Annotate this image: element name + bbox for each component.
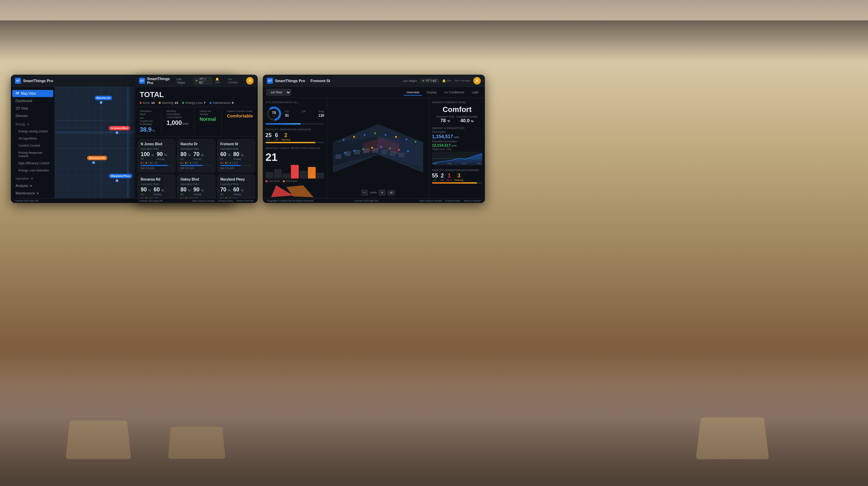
monthly-stat: Monthly Cumulative consumption 1,000 kWh <box>166 110 189 133</box>
comfort-section: Indoor Comfort Level Comfort Acquisition… <box>432 101 482 123</box>
card-oakey[interactable]: Oakey Blvd Operation Rate 80 % AC 90 % D… <box>177 174 215 198</box>
util-breakdown: On Off Total 91 130 <box>285 110 324 117</box>
fault-legend: Last Month This Month <box>265 180 324 182</box>
pin-rancho-label: Rancho Dr <box>97 96 110 99</box>
svg-point-32 <box>415 141 416 142</box>
svg-point-25 <box>343 139 344 141</box>
card-fremont[interactable]: Fremont St Operation Rate 60 % AC 80 % D… <box>217 139 255 172</box>
tab-light[interactable]: Light <box>469 89 481 96</box>
fremont-footer-links: Open Source License Privacy Policy Terms… <box>419 200 481 202</box>
fremont-terms[interactable]: Terms of service <box>463 200 481 202</box>
card-fremont-bar <box>220 165 252 166</box>
floor-select[interactable]: 1st Floor <box>266 89 291 96</box>
zoom-out-button[interactable]: − <box>361 190 368 195</box>
sidebar-map-label: Map View <box>21 92 36 95</box>
sidebar-item-devices[interactable]: Devices <box>12 112 53 119</box>
error-badge: Error 14 <box>140 101 155 105</box>
facility-signage-section: Facility Operation Signage 25 On 6 Off 2… <box>265 128 324 143</box>
sidebar-item-operation[interactable]: Operation ▾ <box>12 174 53 182</box>
monthly-label: Monthly Cumulative consumption <box>166 110 189 119</box>
fault-bar-chart <box>265 165 324 179</box>
sidebar-item-maintenance[interactable]: Maintenance ▾ <box>12 190 53 197</box>
tab-air-conditioner[interactable]: Air Conditioner <box>441 89 468 96</box>
total-privacy[interactable]: Privacy Policy <box>218 200 233 202</box>
comfort-stat: Indoor Comfort Level Comfortable <box>227 110 253 133</box>
estimated-unit: kWh <box>451 144 457 147</box>
tab-overview[interactable]: Overview <box>403 89 422 96</box>
energy-unit: kWh <box>454 136 459 139</box>
util-off-label: Off <box>302 110 305 113</box>
energy-mini-chart: JAN FEB MAR APR <box>432 152 482 165</box>
sidebar-high-eff-label: High Efficiency Control <box>18 162 49 165</box>
pin-rancho-dr[interactable]: Rancho Dr <box>95 96 112 100</box>
facility-signage-title: Facility Operation Signage <box>265 128 324 131</box>
fremont-avatar[interactable]: A <box>473 77 481 85</box>
svg-point-28 <box>374 132 376 134</box>
sidebar-item-2d-view[interactable]: 2D View <box>12 105 53 112</box>
card-njones-cum: 986,780 kWh <box>141 167 172 169</box>
sidebar-energy-saving-label: Energy saving control <box>18 130 48 133</box>
card-maryland-rate1: 70 <box>220 187 226 192</box>
fremont-license: License 2425 days left <box>354 200 378 202</box>
fremont-open-source[interactable]: Open Source License <box>419 200 442 202</box>
utilization-stat: Utilization Rate (Air conditioner & Disp… <box>140 110 156 133</box>
tab-display[interactable]: Display <box>423 89 440 96</box>
svg-point-17 <box>344 152 346 153</box>
sidebar-item-dashboard[interactable]: Dashboard <box>12 97 53 105</box>
card-njones-bar <box>141 165 172 166</box>
pin-bonanza[interactable]: Bonanza Rd <box>87 156 107 160</box>
target-note: Target (max: +3%) <box>432 148 482 150</box>
reset-zoom-button[interactable]: ⟲ <box>388 190 395 195</box>
sidebar-item-energy-saving[interactable]: Energy saving control <box>12 128 53 135</box>
total-header-info: Las Vegas ☀ 77° / 61° 🔔 29+ Site manager… <box>177 77 254 85</box>
card-fremont-title: Fremont St <box>220 142 252 146</box>
fremont-header: ST SmartThings Pro Fremont St Las Vegas … <box>263 75 485 87</box>
util-value: 38.9 <box>140 126 152 133</box>
sidebar-item-all-algo[interactable]: All Algorithms <box>12 135 53 142</box>
sidebar-item-pricing[interactable]: Pricing Response Control <box>12 149 53 160</box>
humidity-metric: Acquisition Humidity 40.0 % <box>456 115 478 123</box>
card-rancho[interactable]: Rancho Dr Operation Rate 80 % AC 70 % Di… <box>177 139 215 172</box>
util-section-title: Utilization Rate All <box>265 101 324 104</box>
card-njones[interactable]: N Jones Blvd Operation Rate 100 % AC 90 … <box>138 139 175 172</box>
zoom-level: 100% <box>370 191 377 194</box>
zoom-in-button[interactable]: + <box>379 190 386 195</box>
svg-rect-9 <box>335 154 342 158</box>
pin-njones[interactable]: N Jones Blvd <box>109 126 130 130</box>
sidebar-item-comfort-ctrl[interactable]: Comfort Control <box>12 142 53 149</box>
card-bonanza[interactable]: Bonanza Rd Operation Rate 90 % AC 60 % D… <box>138 174 175 198</box>
license-text: License 2425 days left <box>15 200 39 202</box>
sidebar-item-energy-loss[interactable]: Energy Loss Detection <box>12 167 53 174</box>
card-oakey-rate2: 90 <box>194 187 200 192</box>
card-rancho-cum: 886,767 kWh <box>180 167 212 169</box>
temp-label: Acquisition Temp <box>436 115 454 118</box>
card-oakey-rate1: 80 <box>180 187 186 192</box>
fremont-weather-text: 77° / 61° <box>426 79 437 82</box>
warning-dot <box>159 102 161 104</box>
total-terms[interactable]: Terms of service <box>236 200 254 202</box>
sidebar-item-map-view[interactable]: 🗺 Map View <box>12 90 53 97</box>
humidity-unit: % <box>471 119 474 123</box>
right-info-sidebar: Indoor Comfort Level Comfort Acquisition… <box>429 98 485 198</box>
total-avatar[interactable]: A <box>246 77 254 85</box>
card-rancho-title: Rancho Dr <box>180 142 212 146</box>
fremont-detail-panel: ST SmartThings Pro Fremont St Las Vegas … <box>263 75 485 203</box>
fremont-privacy[interactable]: Privacy Policy <box>445 200 460 202</box>
sidebar-item-high-eff[interactable]: High Efficiency Control <box>12 160 53 167</box>
warning-count: 23 <box>175 101 178 105</box>
location-cards-grid: N Jones Blvd Operation Rate 100 % AC 90 … <box>135 136 258 198</box>
total-open-source[interactable]: Open Source License <box>192 200 215 202</box>
sidebar-maintenance-label: Maintenance <box>16 191 35 195</box>
card-fremont-rate2: 80 <box>233 151 239 157</box>
util-bar <box>265 123 324 125</box>
card-rancho-metrics: 80 % AC 70 % Display <box>180 151 212 160</box>
pin-maryland[interactable]: Maryland Pkwy <box>109 174 133 178</box>
sidebar-item-energy[interactable]: Energy ▾ <box>12 120 53 128</box>
monthly-value: 1,000 <box>166 119 182 127</box>
total-logo-icon: ST <box>139 78 145 84</box>
svg-point-24 <box>407 150 409 152</box>
card-maryland[interactable]: Maryland Pkwy Operation Rate 70 % AC 60 … <box>217 174 255 198</box>
floor-plan-header: 1st Floor Overview Display Air Condition… <box>263 87 485 98</box>
sidebar-item-analysis[interactable]: Analysis ▾ <box>12 182 53 189</box>
card-fremont-status: 3 5 1 2 <box>220 162 252 164</box>
